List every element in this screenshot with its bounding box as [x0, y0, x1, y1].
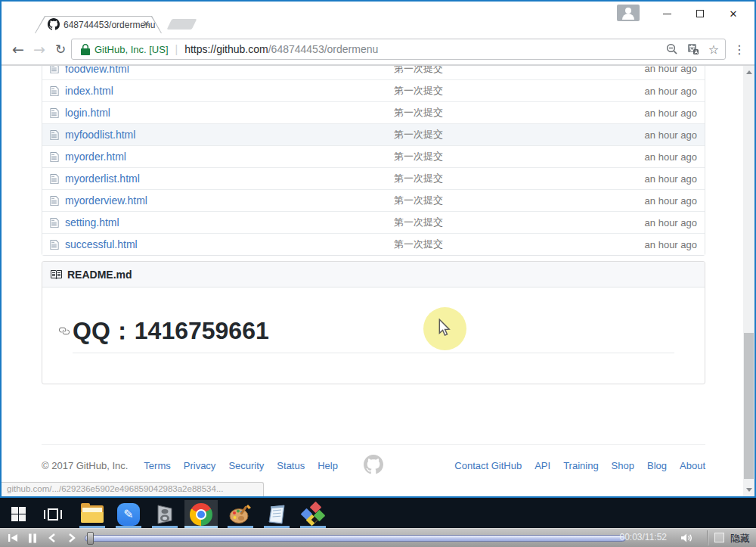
forward-button[interactable]: →	[29, 39, 50, 60]
file-name-cell: successful.html	[42, 238, 394, 250]
footer-link[interactable]: Status	[277, 460, 305, 471]
page-content: foodview.html 第一次提交 an hour ago index.ht…	[2, 66, 754, 496]
readme-box: README.md QQ：1416759661	[42, 261, 705, 384]
notes-app-icon: ✎	[117, 503, 140, 526]
commit-message[interactable]: 第一次提交	[394, 238, 608, 251]
url-text[interactable]: https://github.com/648744453/ordermenu	[184, 43, 378, 55]
scroll-down-icon[interactable]	[746, 488, 752, 492]
readme-body: QQ：1416759661	[42, 315, 705, 353]
commit-message[interactable]: 第一次提交	[394, 66, 608, 76]
commit-message[interactable]: 第一次提交	[394, 128, 608, 141]
pause-button[interactable]	[24, 529, 41, 547]
bookmark-star-icon[interactable]: ☆	[708, 42, 719, 57]
footer-link[interactable]: Privacy	[184, 460, 216, 471]
tab-close-icon[interactable]: ✕	[143, 19, 150, 29]
start-button[interactable]	[2, 500, 35, 528]
anchor-link-icon[interactable]	[58, 325, 70, 337]
taskbar-paint[interactable]	[224, 500, 257, 528]
table-row[interactable]: myorderview.html 第一次提交 an hour ago	[42, 189, 705, 211]
footer-link[interactable]: Help	[318, 460, 338, 471]
commit-message[interactable]: 第一次提交	[394, 194, 608, 207]
scrollbar-thumb[interactable]	[744, 333, 754, 479]
taskbar-screen-recorder[interactable]	[296, 500, 330, 528]
step-forward-button[interactable]	[64, 529, 80, 547]
readme-filename[interactable]: README.md	[67, 269, 132, 281]
volume-button[interactable]	[677, 529, 696, 547]
file-name-cell: myorderlist.html	[42, 172, 394, 185]
translate-icon[interactable]	[687, 43, 699, 55]
address-bar[interactable]: GitHub, Inc. [US] | https://github.com/6…	[71, 39, 726, 60]
table-row[interactable]: myorder.html 第一次提交 an hour ago	[42, 145, 705, 167]
new-tab-button[interactable]	[167, 19, 197, 30]
taskbar-notes-app[interactable]: ✎	[112, 500, 145, 528]
file-updated-time: an hour ago	[608, 66, 705, 74]
footer-link[interactable]: Training	[563, 460, 598, 471]
commit-message[interactable]: 第一次提交	[394, 216, 608, 229]
maximize-button[interactable]	[683, 3, 717, 24]
footer-link[interactable]: API	[534, 460, 550, 471]
table-row[interactable]: setting.html 第一次提交 an hour ago	[42, 211, 705, 233]
taskbar-notepad[interactable]	[260, 500, 293, 528]
browser-tab[interactable]: 648744453/ordermenu ✕	[35, 16, 162, 33]
close-button[interactable]: ✕	[717, 3, 750, 24]
table-row[interactable]: myfoodlist.html 第一次提交 an hour ago	[42, 123, 705, 145]
scroll-up-icon[interactable]	[746, 70, 752, 74]
omnibox-divider: |	[175, 43, 178, 55]
file-link[interactable]: login.html	[65, 107, 110, 119]
taskbar-file-explorer[interactable]	[76, 500, 109, 528]
table-row[interactable]: foodview.html 第一次提交 an hour ago	[42, 66, 705, 79]
taskbar-volume-app[interactable]	[148, 500, 181, 528]
table-row[interactable]: login.html 第一次提交 an hour ago	[42, 101, 705, 123]
file-icon	[50, 66, 59, 74]
zoom-out-icon[interactable]	[666, 43, 678, 55]
reload-button[interactable]: ↻	[50, 39, 71, 60]
file-name-cell: setting.html	[42, 216, 394, 228]
taskbar-chrome[interactable]	[184, 500, 218, 528]
commit-message[interactable]: 第一次提交	[394, 150, 608, 163]
file-link[interactable]: myorderview.html	[65, 194, 147, 207]
profile-avatar-button[interactable]	[617, 5, 640, 21]
hide-checkbox[interactable]	[714, 533, 724, 542]
commit-message[interactable]: 第一次提交	[394, 106, 608, 120]
file-link[interactable]: setting.html	[65, 216, 119, 228]
file-link[interactable]: myorder.html	[65, 151, 126, 163]
footer-link[interactable]: Terms	[144, 460, 170, 471]
footer-link[interactable]: Security	[228, 460, 264, 471]
file-link[interactable]: successful.html	[65, 238, 138, 250]
avatar-head	[625, 8, 631, 14]
readme-heading-text: QQ：1416759661	[73, 317, 269, 344]
file-link[interactable]: myfoodlist.html	[65, 129, 135, 141]
footer-link[interactable]: About	[680, 460, 705, 471]
file-link[interactable]: foodview.html	[65, 66, 129, 75]
file-updated-time: an hour ago	[608, 239, 705, 250]
screen-recorder-icon	[301, 502, 325, 527]
seek-slider-handle[interactable]	[87, 532, 94, 545]
commit-message[interactable]: 第一次提交	[394, 84, 608, 98]
footer-links-left: Terms Privacy Security Status Help	[144, 460, 338, 471]
footer-octocat-icon[interactable]	[364, 455, 383, 474]
footer-link[interactable]: Blog	[647, 460, 667, 471]
vertical-scrollbar[interactable]	[743, 66, 754, 496]
chrome-menu-icon[interactable]: ⋮	[730, 39, 748, 59]
commit-message[interactable]: 第一次提交	[394, 172, 608, 185]
minimize-button[interactable]	[650, 3, 683, 24]
file-link[interactable]: index.html	[65, 85, 113, 97]
table-row[interactable]: myorderlist.html 第一次提交 an hour ago	[42, 167, 705, 189]
footer-link[interactable]: Contact GitHub	[454, 460, 522, 471]
task-view-button[interactable]	[36, 500, 70, 528]
step-back-button[interactable]	[44, 529, 60, 547]
table-row[interactable]: index.html 第一次提交 an hour ago	[42, 79, 705, 101]
skip-to-start-button[interactable]	[5, 529, 21, 547]
file-name-cell: myfoodlist.html	[42, 129, 394, 141]
table-row[interactable]: successful.html 第一次提交 an hour ago	[42, 233, 705, 255]
security-label[interactable]: GitHub, Inc. [US]	[94, 44, 169, 55]
window-controls: ✕	[617, 2, 750, 26]
file-name-cell: login.html	[42, 107, 394, 119]
player-control-bar: 00:03/11:52 隐藏	[0, 528, 756, 547]
windows-logo-icon	[11, 507, 26, 521]
file-link[interactable]: myorderlist.html	[65, 172, 140, 185]
seek-slider[interactable]	[85, 535, 626, 542]
close-icon: ✕	[730, 8, 738, 20]
back-button[interactable]: ←	[8, 39, 29, 60]
footer-link[interactable]: Shop	[612, 460, 634, 471]
